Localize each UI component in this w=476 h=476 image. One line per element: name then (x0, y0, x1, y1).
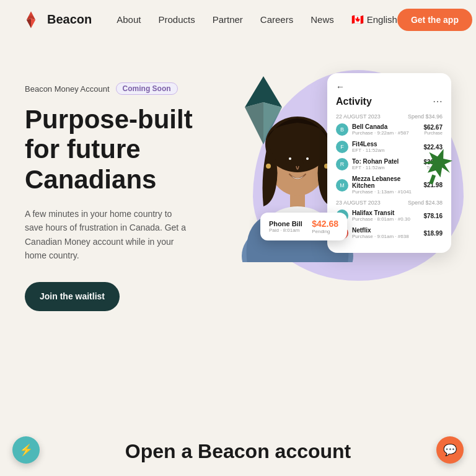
tx-name-1: Bell Canada (352, 123, 409, 130)
date-header-2: 23 AUGUST 2023 Spend $24.38 (336, 200, 443, 206)
float-right-button[interactable]: 💬 (436, 436, 464, 464)
table-row: B Bell Canada Purchase · 9:22am · #587 $… (336, 123, 443, 136)
card-title: Activity (336, 96, 372, 107)
phone-bill-status: Pending (312, 229, 338, 234)
bottom-title: Open a Beacon account (125, 440, 351, 463)
tx-icon-4: M (336, 179, 348, 192)
logo-icon (20, 9, 42, 31)
hero-label-text: Beacon Money Account (25, 84, 110, 94)
navbar: Beacon About Products Partner Careers Ne… (0, 0, 476, 39)
nav-careers[interactable]: Careers (260, 14, 293, 25)
flag-icon: 🇨🇦 (351, 14, 364, 25)
tx-amount-6: $18.99 (423, 230, 443, 237)
float-left-button[interactable]: ⚡ (12, 436, 40, 464)
menu-icon[interactable]: ⋯ (433, 95, 443, 107)
tx-name-2: Fit4Less (352, 141, 385, 148)
tx-icon-2: F (336, 141, 348, 153)
bottom-section: Open a Beacon account (0, 426, 476, 476)
svg-point-7 (289, 157, 291, 160)
date-header-1: 22 AUGUST 2023 Spend $34.96 (336, 113, 443, 120)
chat-icon: 💬 (443, 443, 457, 457)
tx-icon-1: B (336, 123, 348, 136)
hero-section: Beacon Money Account Coming Soon Purpose… (0, 39, 476, 426)
language-label: English (367, 14, 397, 25)
card-title-row: Activity ⋯ (336, 95, 443, 107)
language-selector[interactable]: 🇨🇦 English (351, 14, 397, 25)
phone-bill-popup: Phone Bill Paid · 8:01am $42.68 Pending (260, 213, 347, 240)
tx-amount-1: $62.67 (423, 124, 443, 131)
svg-point-8 (306, 157, 309, 160)
table-row: N Netflix Purchase · 9:01am · #638 $18.9… (336, 227, 443, 239)
waitlist-button[interactable]: Join the waitlist (25, 282, 120, 311)
nav-partner[interactable]: Partner (213, 14, 243, 25)
table-row: H Halifax Transit Purchase · 8:01am · #0… (336, 209, 443, 222)
logo-link[interactable]: Beacon (20, 9, 92, 31)
tx-amount-5: $78.16 (423, 213, 443, 219)
svg-point-9 (266, 164, 271, 169)
hero-content-left: Beacon Money Account Coming Soon Purpose… (25, 64, 211, 426)
phone-bill-sub: Paid · 8:01am (269, 227, 302, 233)
flash-icon: ⚡ (19, 443, 33, 457)
get-app-button[interactable]: Get the app (397, 9, 472, 31)
nav-about[interactable]: About (117, 14, 141, 25)
tx-icon-3: R (336, 158, 348, 170)
nav-products[interactable]: Products (158, 14, 195, 25)
tx-name-3: To: Rohan Patel (352, 158, 399, 165)
phone-bill-name: Phone Bill (269, 220, 302, 227)
nav-links: About Products Partner Careers News 🇨🇦 E… (117, 14, 397, 25)
back-arrow-icon: ← (336, 82, 443, 92)
svg-rect-11 (429, 174, 436, 184)
hero-description: A few minutes in your home country to sa… (25, 207, 186, 263)
tx-sub-5: Purchase · 8:01am · #0.30 (352, 216, 410, 222)
tx-name-6: Netflix (352, 227, 409, 234)
coming-soon-badge: Coming Soon (116, 82, 178, 95)
tx-name-5: Halifax Transit (352, 209, 410, 216)
tx-sub-1: Purchase · 9:22am · #587 (352, 130, 409, 136)
svg-point-5 (285, 156, 293, 164)
brand-name: Beacon (47, 12, 92, 27)
tx-sub-3: EFT · 11:52am (352, 165, 399, 170)
phone-bill-amount: $42.68 (312, 219, 338, 229)
svg-point-6 (302, 156, 310, 164)
tx-sub-2: EFT · 11:52am (352, 148, 385, 153)
hero-title: Purpose-built for future Canadians (25, 105, 211, 195)
tx-sub-6: Purchase · 9:01am · #638 (352, 234, 409, 239)
nav-news[interactable]: News (311, 14, 334, 25)
hero-label-row: Beacon Money Account Coming Soon (25, 82, 211, 95)
hero-visual-right: ← Activity ⋯ 22 AUGUST 2023 Spend $34.96… (211, 64, 451, 426)
